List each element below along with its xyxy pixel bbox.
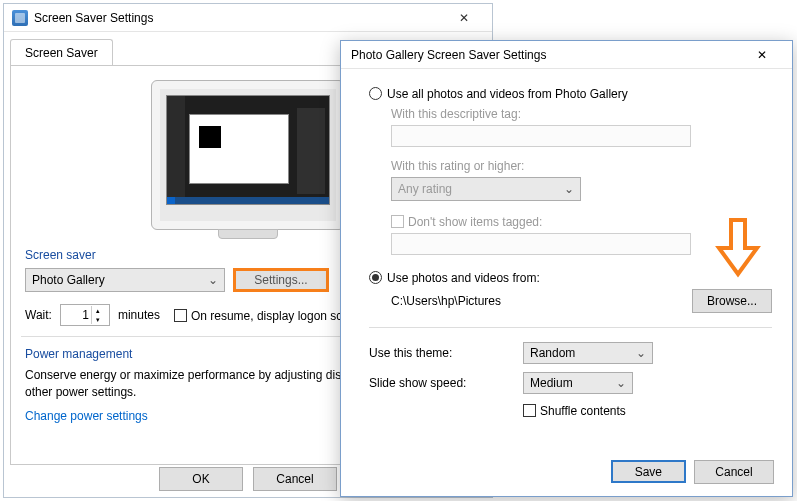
wait-spinner[interactable]: [60, 304, 110, 326]
screensaver-value: Photo Gallery: [32, 273, 105, 287]
wait-input[interactable]: [61, 307, 91, 323]
spin-down-icon[interactable]: [92, 315, 105, 324]
close-icon[interactable]: [444, 8, 484, 28]
app-icon: [12, 10, 28, 26]
theme-combo[interactable]: Random: [523, 342, 653, 364]
preview-monitor: [151, 80, 345, 230]
ok-button[interactable]: OK: [159, 467, 243, 491]
exclude-label: Don't show items tagged:: [408, 215, 542, 229]
tab-screen-saver[interactable]: Screen Saver: [10, 39, 113, 66]
shuffle-label: Shuffle contents: [540, 404, 626, 418]
option-use-all[interactable]: Use all photos and videos from Photo Gal…: [369, 85, 772, 101]
chevron-down-icon: [208, 273, 218, 287]
tag-input: [391, 125, 691, 147]
screensaver-combo[interactable]: Photo Gallery: [25, 268, 225, 292]
browse-button[interactable]: Browse...: [692, 289, 772, 313]
titlebar[interactable]: Photo Gallery Screen Saver Settings: [341, 41, 792, 69]
speed-combo[interactable]: Medium: [523, 372, 633, 394]
theme-label: Use this theme:: [369, 346, 509, 360]
rating-combo: Any rating: [391, 177, 581, 201]
cancel-button[interactable]: Cancel: [253, 467, 337, 491]
path-text: C:\Users\hp\Pictures: [391, 294, 501, 308]
close-icon[interactable]: [742, 44, 782, 66]
shuffle-checkbox[interactable]: [523, 404, 536, 417]
window-title: Screen Saver Settings: [34, 11, 153, 25]
chevron-down-icon: [636, 346, 646, 360]
cancel-button[interactable]: Cancel: [694, 460, 774, 484]
exclude-checkbox: [391, 215, 404, 228]
photo-gallery-settings-window: Photo Gallery Screen Saver Settings Use …: [340, 40, 793, 497]
on-resume-checkbox[interactable]: [174, 309, 187, 322]
exclude-input: [391, 233, 691, 255]
wait-unit: minutes: [118, 308, 160, 322]
change-power-settings-link[interactable]: Change power settings: [25, 409, 148, 423]
chevron-down-icon: [564, 182, 574, 196]
rating-label: With this rating or higher:: [391, 159, 772, 173]
radio-icon: [369, 271, 382, 284]
speed-label: Slide show speed:: [369, 376, 509, 390]
spin-up-icon[interactable]: [92, 306, 105, 315]
window-title: Photo Gallery Screen Saver Settings: [351, 48, 546, 62]
chevron-down-icon: [616, 376, 626, 390]
option-use-from[interactable]: Use photos and videos from:: [369, 269, 772, 285]
titlebar[interactable]: Screen Saver Settings: [4, 4, 492, 32]
tag-label: With this descriptive tag:: [391, 107, 772, 121]
save-button[interactable]: Save: [611, 460, 686, 483]
radio-icon: [369, 87, 382, 100]
wait-label: Wait:: [25, 308, 52, 322]
settings-button[interactable]: Settings...: [233, 268, 329, 292]
